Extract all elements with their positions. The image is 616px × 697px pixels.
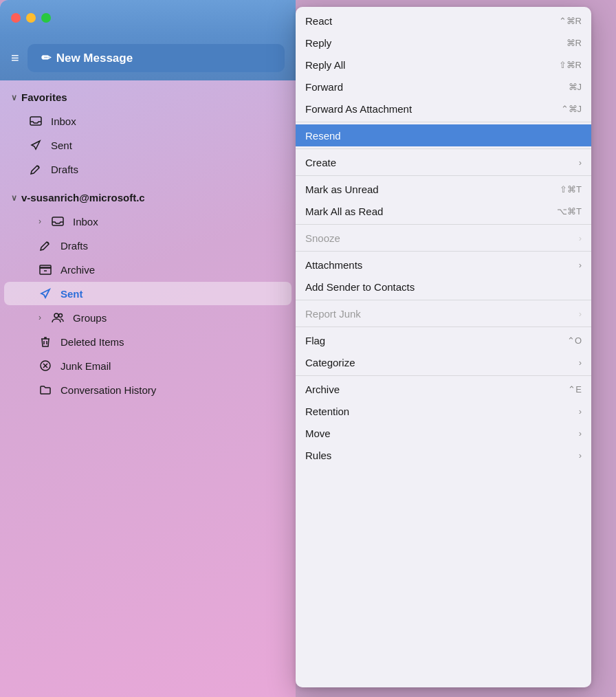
account-sent-label: Sent [60, 288, 83, 300]
sent-icon [29, 138, 43, 152]
menu-item-snooze-label: Snooze [305, 232, 340, 244]
sidebar-item-account-inbox[interactable]: › Inbox [4, 210, 292, 233]
separator-6 [296, 300, 591, 300]
menu-item-reply-all[interactable]: Reply All ⇧⌘R [296, 54, 591, 76]
menu-item-archive[interactable]: Archive ⌃E [296, 378, 591, 400]
menu-item-retention[interactable]: Retention › [296, 400, 591, 422]
sidebar-panel: ≡ ✏ New Message ∨ Favorites Inbox [0, 0, 296, 697]
new-message-label: New Message [56, 52, 133, 65]
sidebar-content: ∨ Favorites Inbox Sent [0, 80, 296, 697]
compose-icon: ✏ [41, 51, 51, 65]
close-button[interactable] [11, 13, 21, 23]
separator-1 [296, 122, 591, 122]
menu-item-mark-unread-shortcut: ⇧⌘T [560, 184, 582, 195]
menu-item-create-label: Create [305, 157, 336, 168]
menu-item-retention-label: Retention [305, 406, 349, 417]
sidebar-item-account-junk[interactable]: Junk Email [4, 354, 292, 377]
separator-4 [296, 224, 591, 225]
menu-item-create[interactable]: Create › [296, 151, 591, 173]
new-message-button[interactable]: ✏ New Message [28, 44, 285, 72]
account-drafts-icon [38, 239, 52, 252]
sidebar-header: ≡ ✏ New Message [0, 36, 296, 80]
retention-chevron-icon: › [579, 406, 582, 417]
sidebar-item-account-drafts[interactable]: Drafts [4, 234, 292, 257]
menu-item-attachments[interactable]: Attachments › [296, 254, 591, 276]
account-groups-icon [51, 311, 65, 324]
account-inbox-icon [51, 214, 65, 228]
sidebar-item-sent-label: Sent [51, 140, 72, 151]
sidebar-item-account-convhistory[interactable]: Conversation History [4, 378, 292, 401]
svg-point-4 [54, 313, 58, 318]
menu-item-forward-attachment-label: Forward As Attachment [305, 103, 412, 115]
account-header[interactable]: ∨ v-susanrich@microsoft.c [0, 186, 296, 209]
menu-item-mark-unread[interactable]: Mark as Unread ⇧⌘T [296, 178, 591, 200]
account-junk-label: Junk Email [60, 360, 111, 372]
menu-item-report-junk-label: Report Junk [305, 308, 361, 320]
menu-item-add-sender[interactable]: Add Sender to Contacts [296, 276, 591, 298]
account-convhistory-label: Conversation History [60, 384, 156, 396]
categorize-chevron-icon: › [579, 357, 582, 368]
favorites-section-header[interactable]: ∨ Favorites [0, 86, 296, 109]
menu-item-forward-shortcut: ⌘J [569, 82, 582, 92]
menu-item-archive-label: Archive [305, 384, 340, 395]
menu-item-mark-all-read[interactable]: Mark All as Read ⌥⌘T [296, 200, 591, 222]
menu-item-resend[interactable]: Resend [296, 124, 591, 146]
sidebar-item-drafts[interactable]: Drafts [4, 157, 292, 181]
drafts-icon [29, 162, 43, 176]
sidebar-item-account-deleted[interactable]: Deleted Items [4, 330, 292, 353]
inbox-icon [29, 114, 43, 128]
menu-item-flag[interactable]: Flag ⌃O [296, 329, 591, 351]
title-bar [0, 0, 296, 36]
svg-point-5 [59, 314, 63, 318]
sidebar-item-account-sent[interactable]: Sent [4, 282, 292, 305]
menu-item-report-junk: Report Junk › [296, 302, 591, 324]
sidebar-item-inbox[interactable]: Inbox [4, 109, 292, 133]
expand-arrow-icon: › [38, 217, 41, 226]
account-deleted-label: Deleted Items [60, 336, 124, 348]
svg-rect-1 [52, 217, 63, 225]
menu-item-forward[interactable]: Forward ⌘J [296, 76, 591, 98]
sidebar-item-sent[interactable]: Sent [4, 133, 292, 157]
separator-3 [296, 175, 591, 176]
account-trash-icon [38, 335, 52, 348]
separator-8 [296, 375, 591, 376]
menu-item-react[interactable]: React ⌃⌘R [296, 10, 591, 32]
menu-item-react-shortcut: ⌃⌘R [559, 16, 582, 26]
groups-expand-icon: › [38, 313, 41, 322]
report-junk-chevron-icon: › [579, 309, 582, 319]
account-archive-label: Archive [60, 264, 95, 276]
menu-item-reply-all-shortcut: ⇧⌘R [559, 60, 582, 70]
account-section: ∨ v-susanrich@microsoft.c › Inbox [0, 186, 296, 401]
menu-item-reply[interactable]: Reply ⌘R [296, 32, 591, 54]
rules-chevron-icon: › [579, 450, 582, 461]
snooze-chevron-icon: › [579, 233, 582, 243]
maximize-button[interactable] [41, 13, 51, 23]
account-folder-icon [38, 383, 52, 397]
menu-item-mark-unread-label: Mark as Unread [305, 184, 379, 195]
separator-7 [296, 327, 591, 327]
menu-item-reply-all-label: Reply All [305, 59, 345, 71]
minimize-button[interactable] [26, 13, 36, 23]
menu-item-forward-attachment[interactable]: Forward As Attachment ⌃⌘J [296, 98, 591, 120]
menu-item-add-sender-label: Add Sender to Contacts [305, 281, 415, 293]
account-groups-label: Groups [73, 312, 107, 324]
sidebar-item-account-groups[interactable]: › Groups [4, 306, 292, 329]
menu-item-mark-all-read-shortcut: ⌥⌘T [557, 206, 582, 217]
account-label: v-susanrich@microsoft.c [21, 192, 145, 203]
sidebar-item-account-archive[interactable]: Archive [4, 258, 292, 281]
account-chevron-icon: ∨ [11, 193, 17, 203]
menu-item-rules-label: Rules [305, 450, 331, 461]
separator-5 [296, 251, 591, 252]
menu-item-move-label: Move [305, 428, 331, 439]
hamburger-icon[interactable]: ≡ [11, 50, 19, 66]
attachments-chevron-icon: › [579, 260, 582, 270]
menu-item-forward-label: Forward [305, 81, 343, 93]
svg-rect-0 [30, 117, 41, 125]
sidebar-item-inbox-label: Inbox [51, 115, 76, 127]
menu-item-rules[interactable]: Rules › [296, 444, 591, 466]
menu-item-categorize[interactable]: Categorize › [296, 351, 591, 373]
account-archive-icon [38, 263, 52, 276]
menu-item-forward-attachment-shortcut: ⌃⌘J [561, 104, 582, 114]
menu-item-move[interactable]: Move › [296, 422, 591, 444]
move-chevron-icon: › [579, 428, 582, 439]
